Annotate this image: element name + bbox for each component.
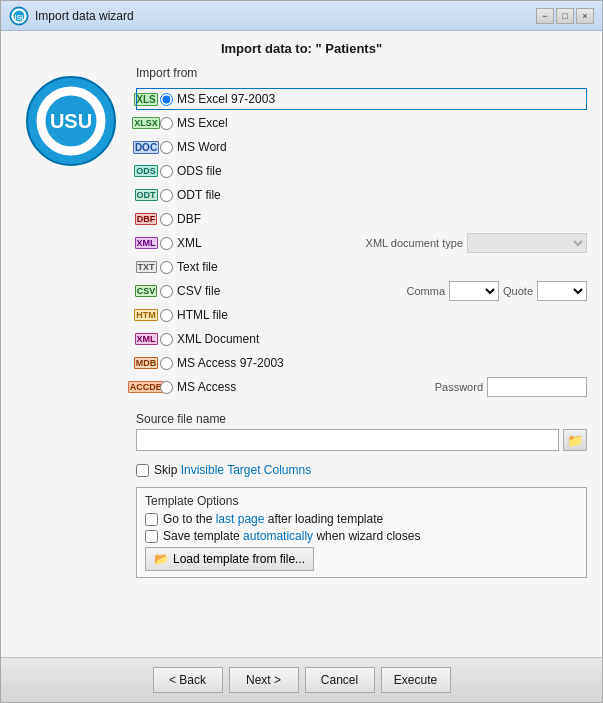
icon-ods: ODS xyxy=(136,163,156,179)
template-options-title: Template Options xyxy=(145,494,578,508)
radio-msexcel[interactable] xyxy=(160,117,173,130)
radio-row-xmldoc: XML XML Document xyxy=(136,328,587,350)
icon-odt: ODT xyxy=(136,187,156,203)
label-textfile: Text file xyxy=(177,260,587,274)
label-xml: XML xyxy=(177,236,362,250)
comma-dropdown[interactable] xyxy=(449,281,499,301)
label-csv: CSV file xyxy=(177,284,403,298)
radio-row-msaccess97: MDB MS Access 97-2003 xyxy=(136,352,587,374)
radio-row-msword: DOC MS Word xyxy=(136,136,587,158)
title-bar-controls: − □ × xyxy=(536,8,594,24)
source-row: 📁 xyxy=(136,429,587,451)
radio-row-ods: ODS ODS file xyxy=(136,160,587,182)
svg-text:USU: USU xyxy=(12,14,27,21)
page-title: Import data to: " Patients" xyxy=(16,41,587,56)
goto-last-page-checkbox[interactable] xyxy=(145,513,158,526)
radio-odt[interactable] xyxy=(160,189,173,202)
radio-msaccess97[interactable] xyxy=(160,357,173,370)
password-label: Password xyxy=(435,381,483,393)
radio-row-csv: CSV CSV file Comma Quote xyxy=(136,280,587,302)
browse-button[interactable]: 📁 xyxy=(563,429,587,451)
icon-dbf: DBF xyxy=(136,211,156,227)
source-file-input[interactable] xyxy=(136,429,559,451)
svg-text:USU: USU xyxy=(50,110,92,132)
close-button[interactable]: × xyxy=(576,8,594,24)
load-template-label: Load template from file... xyxy=(173,552,305,566)
icon-msexcel: XLSX xyxy=(136,115,156,131)
label-msexcel: MS Excel xyxy=(177,116,587,130)
skip-invisible-checkbox[interactable] xyxy=(136,464,149,477)
radio-xmldoc[interactable] xyxy=(160,333,173,346)
radio-ods[interactable] xyxy=(160,165,173,178)
skip-invisible-label: Skip Invisible Target Columns xyxy=(154,463,311,477)
radio-htmlfile[interactable] xyxy=(160,309,173,322)
main-section: USU Import from XLS MS Excel 97-2003 XLS… xyxy=(16,66,587,647)
icon-htmlfile: HTM xyxy=(136,307,156,323)
skip-invisible-highlight: Invisible Target Columns xyxy=(181,463,312,477)
label-msword: MS Word xyxy=(177,140,587,154)
load-template-button[interactable]: 📂 Load template from file... xyxy=(145,547,314,571)
xml-extra: XML document type xyxy=(366,233,587,253)
back-button[interactable]: < Back xyxy=(153,667,223,693)
radio-row-odt: ODT ODT file xyxy=(136,184,587,206)
password-extra: Password xyxy=(435,377,587,397)
auto-highlight: automatically xyxy=(243,529,313,543)
quote-dropdown[interactable] xyxy=(537,281,587,301)
save-auto-checkbox[interactable] xyxy=(145,530,158,543)
cancel-button[interactable]: Cancel xyxy=(305,667,375,693)
radio-row-xml: XML XML XML document type xyxy=(136,232,587,254)
radio-xml[interactable] xyxy=(160,237,173,250)
label-msaccess97: MS Access 97-2003 xyxy=(177,356,587,370)
skip-invisible-row: Skip Invisible Target Columns xyxy=(136,463,587,477)
radio-textfile[interactable] xyxy=(160,261,173,274)
label-dbf: DBF xyxy=(177,212,587,226)
radio-row-dbf: DBF DBF xyxy=(136,208,587,230)
radio-msaccess[interactable] xyxy=(160,381,173,394)
bottom-bar: < Back Next > Cancel Execute xyxy=(1,657,602,702)
radio-row-textfile: TXT Text file xyxy=(136,256,587,278)
radio-msword[interactable] xyxy=(160,141,173,154)
label-ods: ODS file xyxy=(177,164,587,178)
load-template-icon: 📂 xyxy=(154,552,169,566)
goto-last-page-row: Go to the last page after loading templa… xyxy=(145,512,578,526)
logo-area: USU xyxy=(16,66,126,647)
template-options-box: Template Options Go to the last page aft… xyxy=(136,487,587,578)
label-htmlfile: HTML file xyxy=(177,308,587,322)
xml-type-dropdown[interactable] xyxy=(467,233,587,253)
main-window: USU Import data wizard − □ × Import data… xyxy=(0,0,603,703)
csv-extra: Comma Quote xyxy=(407,281,587,301)
password-input[interactable] xyxy=(487,377,587,397)
minimize-button[interactable]: − xyxy=(536,8,554,24)
app-icon: USU xyxy=(9,6,29,26)
radio-dbf[interactable] xyxy=(160,213,173,226)
content-area: Import data to: " Patients" USU Import f… xyxy=(1,31,602,657)
icon-msaccess: ACCDB xyxy=(136,379,156,395)
xml-type-label: XML document type xyxy=(366,237,463,249)
label-msexcel97: MS Excel 97-2003 xyxy=(177,92,587,106)
radio-row-msaccess: ACCDB MS Access Password xyxy=(136,376,587,398)
source-label: Source file name xyxy=(136,412,587,426)
icon-textfile: TXT xyxy=(136,259,156,275)
icon-xml: XML xyxy=(136,235,156,251)
radio-msexcel97[interactable] xyxy=(160,93,173,106)
restore-button[interactable]: □ xyxy=(556,8,574,24)
title-bar: USU Import data wizard − □ × xyxy=(1,1,602,31)
radio-row-htmlfile: HTM HTML file xyxy=(136,304,587,326)
radio-row-msexcel: XLSX MS Excel xyxy=(136,112,587,134)
next-button[interactable]: Next > xyxy=(229,667,299,693)
execute-button[interactable]: Execute xyxy=(381,667,451,693)
icon-csv: CSV xyxy=(136,283,156,299)
comma-label: Comma xyxy=(407,285,446,297)
import-from-label: Import from xyxy=(136,66,587,80)
radio-row-msexcel97: XLS MS Excel 97-2003 xyxy=(136,88,587,110)
right-panel: Import from XLS MS Excel 97-2003 XLSX MS… xyxy=(136,66,587,647)
icon-xmldoc: XML xyxy=(136,331,156,347)
radio-csv[interactable] xyxy=(160,285,173,298)
icon-msexcel97: XLS xyxy=(136,91,156,107)
usu-logo: USU xyxy=(26,76,116,166)
label-xmldoc: XML Document xyxy=(177,332,587,346)
save-auto-label: Save template automatically when wizard … xyxy=(163,529,420,543)
source-section: Source file name 📁 xyxy=(136,412,587,451)
last-page-highlight: last page xyxy=(216,512,265,526)
icon-msaccess97: MDB xyxy=(136,355,156,371)
